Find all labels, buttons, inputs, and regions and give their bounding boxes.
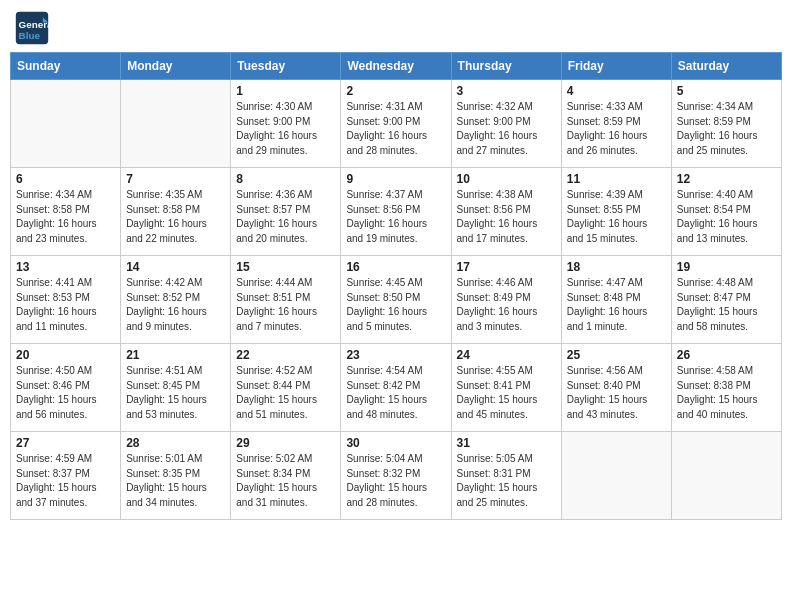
day-number: 4 (567, 84, 666, 98)
day-number: 27 (16, 436, 115, 450)
day-number: 7 (126, 172, 225, 186)
day-info: Sunrise: 4:32 AM Sunset: 9:00 PM Dayligh… (457, 100, 556, 158)
week-row-1: 1Sunrise: 4:30 AM Sunset: 9:00 PM Daylig… (11, 80, 782, 168)
calendar-header-row: SundayMondayTuesdayWednesdayThursdayFrid… (11, 53, 782, 80)
day-info: Sunrise: 4:31 AM Sunset: 9:00 PM Dayligh… (346, 100, 445, 158)
calendar-cell: 16Sunrise: 4:45 AM Sunset: 8:50 PM Dayli… (341, 256, 451, 344)
day-info: Sunrise: 4:56 AM Sunset: 8:40 PM Dayligh… (567, 364, 666, 422)
day-number: 3 (457, 84, 556, 98)
day-number: 29 (236, 436, 335, 450)
day-info: Sunrise: 4:33 AM Sunset: 8:59 PM Dayligh… (567, 100, 666, 158)
day-number: 25 (567, 348, 666, 362)
calendar-cell: 24Sunrise: 4:55 AM Sunset: 8:41 PM Dayli… (451, 344, 561, 432)
week-row-5: 27Sunrise: 4:59 AM Sunset: 8:37 PM Dayli… (11, 432, 782, 520)
calendar-cell (11, 80, 121, 168)
day-number: 2 (346, 84, 445, 98)
calendar-cell: 30Sunrise: 5:04 AM Sunset: 8:32 PM Dayli… (341, 432, 451, 520)
day-info: Sunrise: 4:34 AM Sunset: 8:58 PM Dayligh… (16, 188, 115, 246)
calendar-cell: 18Sunrise: 4:47 AM Sunset: 8:48 PM Dayli… (561, 256, 671, 344)
day-info: Sunrise: 4:46 AM Sunset: 8:49 PM Dayligh… (457, 276, 556, 334)
calendar-cell: 19Sunrise: 4:48 AM Sunset: 8:47 PM Dayli… (671, 256, 781, 344)
day-number: 19 (677, 260, 776, 274)
day-info: Sunrise: 4:58 AM Sunset: 8:38 PM Dayligh… (677, 364, 776, 422)
calendar-cell: 2Sunrise: 4:31 AM Sunset: 9:00 PM Daylig… (341, 80, 451, 168)
day-number: 14 (126, 260, 225, 274)
calendar-cell (671, 432, 781, 520)
day-info: Sunrise: 4:47 AM Sunset: 8:48 PM Dayligh… (567, 276, 666, 334)
day-info: Sunrise: 4:34 AM Sunset: 8:59 PM Dayligh… (677, 100, 776, 158)
calendar-cell: 6Sunrise: 4:34 AM Sunset: 8:58 PM Daylig… (11, 168, 121, 256)
calendar-cell: 9Sunrise: 4:37 AM Sunset: 8:56 PM Daylig… (341, 168, 451, 256)
day-info: Sunrise: 4:55 AM Sunset: 8:41 PM Dayligh… (457, 364, 556, 422)
calendar-cell (561, 432, 671, 520)
calendar-header-wednesday: Wednesday (341, 53, 451, 80)
calendar-cell: 26Sunrise: 4:58 AM Sunset: 8:38 PM Dayli… (671, 344, 781, 432)
day-number: 9 (346, 172, 445, 186)
day-info: Sunrise: 4:54 AM Sunset: 8:42 PM Dayligh… (346, 364, 445, 422)
day-number: 21 (126, 348, 225, 362)
calendar-cell: 20Sunrise: 4:50 AM Sunset: 8:46 PM Dayli… (11, 344, 121, 432)
day-info: Sunrise: 5:01 AM Sunset: 8:35 PM Dayligh… (126, 452, 225, 510)
day-number: 1 (236, 84, 335, 98)
day-number: 8 (236, 172, 335, 186)
calendar-cell (121, 80, 231, 168)
week-row-2: 6Sunrise: 4:34 AM Sunset: 8:58 PM Daylig… (11, 168, 782, 256)
logo-icon: General Blue (14, 10, 50, 46)
calendar-header-friday: Friday (561, 53, 671, 80)
calendar-cell: 11Sunrise: 4:39 AM Sunset: 8:55 PM Dayli… (561, 168, 671, 256)
day-number: 16 (346, 260, 445, 274)
calendar-cell: 21Sunrise: 4:51 AM Sunset: 8:45 PM Dayli… (121, 344, 231, 432)
day-number: 23 (346, 348, 445, 362)
day-info: Sunrise: 4:30 AM Sunset: 9:00 PM Dayligh… (236, 100, 335, 158)
day-info: Sunrise: 4:50 AM Sunset: 8:46 PM Dayligh… (16, 364, 115, 422)
calendar-cell: 12Sunrise: 4:40 AM Sunset: 8:54 PM Dayli… (671, 168, 781, 256)
day-number: 18 (567, 260, 666, 274)
calendar-cell: 23Sunrise: 4:54 AM Sunset: 8:42 PM Dayli… (341, 344, 451, 432)
calendar-cell: 15Sunrise: 4:44 AM Sunset: 8:51 PM Dayli… (231, 256, 341, 344)
day-number: 5 (677, 84, 776, 98)
day-number: 10 (457, 172, 556, 186)
day-number: 15 (236, 260, 335, 274)
calendar-header-saturday: Saturday (671, 53, 781, 80)
calendar-cell: 7Sunrise: 4:35 AM Sunset: 8:58 PM Daylig… (121, 168, 231, 256)
calendar-cell: 27Sunrise: 4:59 AM Sunset: 8:37 PM Dayli… (11, 432, 121, 520)
day-info: Sunrise: 4:48 AM Sunset: 8:47 PM Dayligh… (677, 276, 776, 334)
day-info: Sunrise: 5:02 AM Sunset: 8:34 PM Dayligh… (236, 452, 335, 510)
day-info: Sunrise: 4:52 AM Sunset: 8:44 PM Dayligh… (236, 364, 335, 422)
day-info: Sunrise: 5:04 AM Sunset: 8:32 PM Dayligh… (346, 452, 445, 510)
day-info: Sunrise: 4:42 AM Sunset: 8:52 PM Dayligh… (126, 276, 225, 334)
calendar-cell: 10Sunrise: 4:38 AM Sunset: 8:56 PM Dayli… (451, 168, 561, 256)
calendar-header-sunday: Sunday (11, 53, 121, 80)
calendar-cell: 5Sunrise: 4:34 AM Sunset: 8:59 PM Daylig… (671, 80, 781, 168)
week-row-3: 13Sunrise: 4:41 AM Sunset: 8:53 PM Dayli… (11, 256, 782, 344)
calendar-header-tuesday: Tuesday (231, 53, 341, 80)
calendar-cell: 22Sunrise: 4:52 AM Sunset: 8:44 PM Dayli… (231, 344, 341, 432)
calendar-cell: 14Sunrise: 4:42 AM Sunset: 8:52 PM Dayli… (121, 256, 231, 344)
calendar-cell: 17Sunrise: 4:46 AM Sunset: 8:49 PM Dayli… (451, 256, 561, 344)
day-number: 28 (126, 436, 225, 450)
week-row-4: 20Sunrise: 4:50 AM Sunset: 8:46 PM Dayli… (11, 344, 782, 432)
calendar-cell: 13Sunrise: 4:41 AM Sunset: 8:53 PM Dayli… (11, 256, 121, 344)
calendar-cell: 3Sunrise: 4:32 AM Sunset: 9:00 PM Daylig… (451, 80, 561, 168)
day-info: Sunrise: 4:45 AM Sunset: 8:50 PM Dayligh… (346, 276, 445, 334)
day-number: 30 (346, 436, 445, 450)
calendar-cell: 1Sunrise: 4:30 AM Sunset: 9:00 PM Daylig… (231, 80, 341, 168)
day-info: Sunrise: 4:40 AM Sunset: 8:54 PM Dayligh… (677, 188, 776, 246)
calendar-cell: 29Sunrise: 5:02 AM Sunset: 8:34 PM Dayli… (231, 432, 341, 520)
day-info: Sunrise: 4:41 AM Sunset: 8:53 PM Dayligh… (16, 276, 115, 334)
day-info: Sunrise: 4:36 AM Sunset: 8:57 PM Dayligh… (236, 188, 335, 246)
day-number: 13 (16, 260, 115, 274)
day-info: Sunrise: 4:38 AM Sunset: 8:56 PM Dayligh… (457, 188, 556, 246)
day-info: Sunrise: 5:05 AM Sunset: 8:31 PM Dayligh… (457, 452, 556, 510)
day-number: 31 (457, 436, 556, 450)
day-number: 12 (677, 172, 776, 186)
day-info: Sunrise: 4:59 AM Sunset: 8:37 PM Dayligh… (16, 452, 115, 510)
calendar-header-thursday: Thursday (451, 53, 561, 80)
day-number: 17 (457, 260, 556, 274)
day-info: Sunrise: 4:39 AM Sunset: 8:55 PM Dayligh… (567, 188, 666, 246)
page-header: General Blue (10, 10, 782, 46)
calendar-cell: 25Sunrise: 4:56 AM Sunset: 8:40 PM Dayli… (561, 344, 671, 432)
day-number: 26 (677, 348, 776, 362)
svg-text:Blue: Blue (19, 30, 41, 41)
calendar-header-monday: Monday (121, 53, 231, 80)
